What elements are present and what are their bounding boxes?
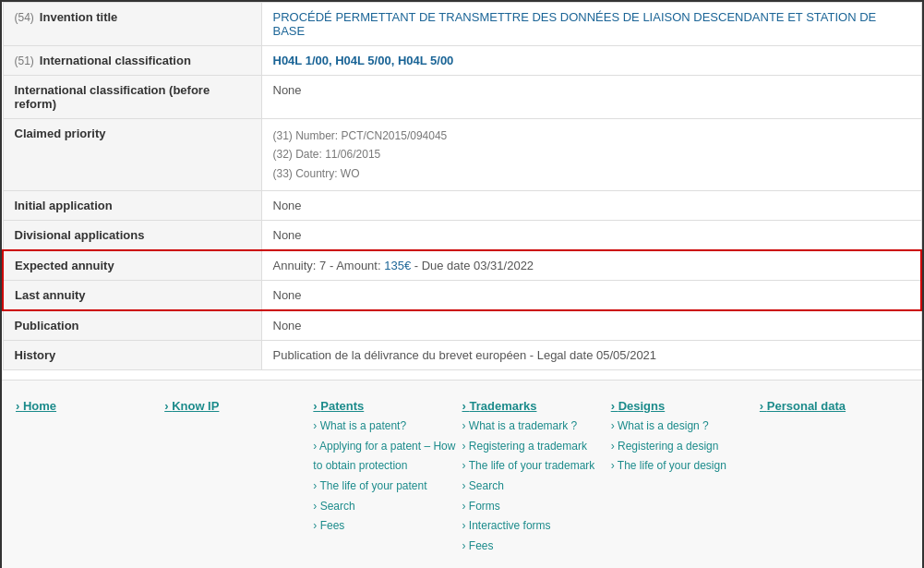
row-label-claimed-priority: Claimed priority [3,119,261,191]
footer-link[interactable]: What is a design ? [611,417,760,437]
row-value-divisional-applications: None [261,221,921,251]
row-value-claimed-priority: (31) Number: PCT/CN2015/094045(32) Date:… [261,119,921,191]
footer-link[interactable]: What is a trademark ? [462,417,611,437]
row-value-expected-annuity: Annuity: 7 - Amount: 135€ - Due date 03/… [261,250,921,281]
footer-link[interactable]: The life of your design [611,456,760,477]
table-row-international-classification: (51)International classificationH04L 1/0… [3,46,921,76]
row-value-history: Publication de la délivrance du brevet e… [261,341,921,370]
row-label-divisional-applications: Divisional applications [3,221,261,251]
row-value-initial-application: None [261,191,921,221]
table-row-classification-before-reform: International classification (before ref… [3,76,921,119]
footer-link[interactable]: What is a patent? [313,417,462,437]
footer-col-trademarks: TrademarksWhat is a trademark ?Registeri… [462,399,611,556]
footer-link[interactable]: Search [462,477,611,497]
row-value-invention-title: PROCÉDÉ PERMETTANT DE TRANSMETTRE DES DO… [261,3,921,46]
footer-header-personal-data[interactable]: Personal data [760,399,908,413]
footer-columns: HomeKnow IPPatentsWhat is a patent?Apply… [16,399,908,556]
table-row-expected-annuity: Expected annuityAnnuity: 7 - Amount: 135… [3,250,921,281]
row-value-classification-before-reform: None [261,76,921,119]
footer-header-designs[interactable]: Designs [611,399,760,413]
footer-link[interactable]: The life of your patent [313,477,462,497]
footer-link[interactable]: The life of your trademark [462,456,611,477]
footer-col-patents: PatentsWhat is a patent?Applying for a p… [313,399,462,556]
row-label-classification-before-reform: International classification (before ref… [3,76,261,119]
table-row-publication: PublicationNone [3,310,921,341]
footer-link[interactable]: Applying for a patent – How to obtain pr… [313,437,462,477]
table-row-last-annuity: Last annuityNone [3,281,921,311]
footer-header-home[interactable]: Home [16,399,164,413]
table-row-divisional-applications: Divisional applicationsNone [3,221,921,251]
row-label-initial-application: Initial application [3,191,261,221]
row-label-expected-annuity: Expected annuity [3,250,261,281]
footer-header-know-ip[interactable]: Know IP [164,399,313,413]
row-value-publication: None [261,310,921,341]
table-row-history: HistoryPublication de la délivrance du b… [3,341,921,370]
footer: HomeKnow IPPatentsWhat is a patent?Apply… [2,380,922,568]
row-label-international-classification: (51)International classification [3,46,261,76]
footer-col-designs: DesignsWhat is a design ?Registering a d… [611,399,760,556]
row-label-publication: Publication [3,310,261,341]
footer-link[interactable]: Search [313,497,462,517]
patent-details-table: (54)Invention titlePROCÉDÉ PERMETTANT DE… [2,2,922,370]
footer-col-home: Home [16,399,164,556]
footer-header-trademarks[interactable]: Trademarks [462,399,611,413]
footer-header-patents[interactable]: Patents [313,399,462,413]
row-value-international-classification: H04L 1/00, H04L 5/00, H04L 5/00 [261,46,921,76]
row-label-history: History [3,341,261,370]
footer-link[interactable]: Fees [313,516,462,537]
table-row-invention-title: (54)Invention titlePROCÉDÉ PERMETTANT DE… [3,3,921,46]
row-value-last-annuity: None [261,281,921,311]
footer-link[interactable]: Interactive forms [462,516,611,537]
footer-col-personal-data: Personal data [760,399,908,556]
table-row-initial-application: Initial applicationNone [3,191,921,221]
footer-link[interactable]: Fees [462,537,611,557]
row-label-last-annuity: Last annuity [3,281,261,311]
table-row-claimed-priority: Claimed priority(31) Number: PCT/CN2015/… [3,119,921,191]
footer-col-know-ip: Know IP [164,399,313,556]
footer-link[interactable]: Forms [462,497,611,517]
row-label-invention-title: (54)Invention title [3,3,261,46]
footer-link[interactable]: Registering a design [611,437,760,457]
footer-link[interactable]: Registering a trademark [462,437,611,457]
